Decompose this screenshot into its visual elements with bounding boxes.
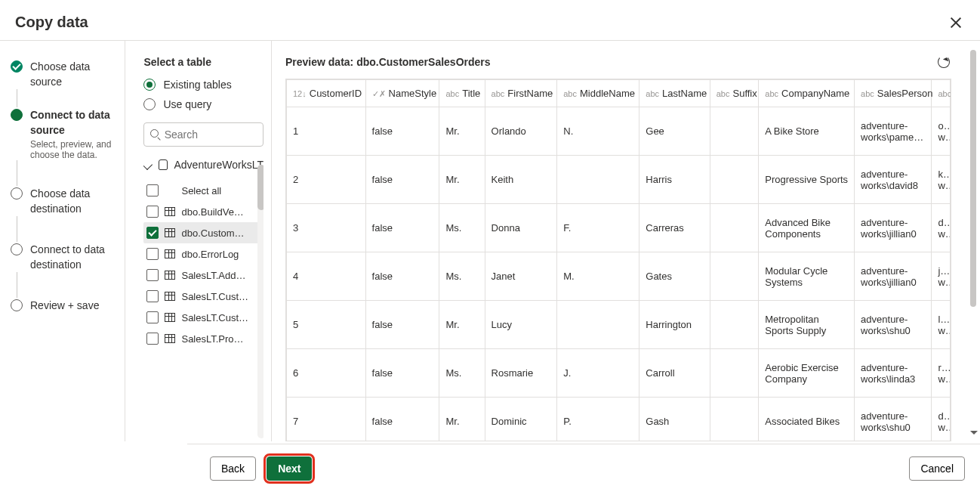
data-row[interactable]: 6falseMs.RosmarieJ.CarrollAerobic Exerci… bbox=[287, 349, 951, 398]
tree-scrollbar[interactable] bbox=[257, 165, 263, 438]
checkbox-icon[interactable] bbox=[146, 311, 159, 323]
preview-panel: Preview data: dbo.CustomerSalesOrders 12… bbox=[272, 41, 980, 441]
table-icon bbox=[165, 249, 175, 258]
step-connect-dest[interactable]: Connect to data destination bbox=[11, 242, 112, 272]
checkbox-icon[interactable] bbox=[146, 227, 159, 239]
circle-icon bbox=[11, 187, 23, 200]
data-grid[interactable]: 12↓CustomerID ✓✗NameStyle abcTitle abcFi… bbox=[285, 79, 951, 441]
search-input[interactable] bbox=[143, 122, 263, 147]
table-icon bbox=[165, 207, 175, 216]
search-icon bbox=[150, 129, 159, 140]
table-row[interactable]: dbo.BuildVe… bbox=[143, 201, 263, 222]
cancel-button[interactable]: Cancel bbox=[909, 456, 965, 481]
table-icon bbox=[165, 313, 175, 322]
circle-icon bbox=[11, 243, 23, 255]
preview-title: Preview data: dbo.CustomerSalesOrders bbox=[285, 56, 491, 68]
table-row[interactable]: dbo.Custom… bbox=[143, 222, 263, 243]
table-list: Select all dbo.BuildVe… dbo.Custom… dbo.… bbox=[143, 180, 263, 349]
data-row[interactable]: 7falseMr.DominicP.GashAssociated Bikesad… bbox=[287, 398, 951, 442]
table-icon bbox=[165, 334, 175, 343]
step-choose-dest[interactable]: Choose data destination bbox=[11, 186, 112, 216]
table-select-panel: Select a table Existing tables Use query… bbox=[125, 41, 272, 441]
data-row[interactable]: 2falseMr.KeithHarrisProgressive Sportsad… bbox=[287, 156, 951, 204]
table-icon bbox=[165, 292, 175, 301]
checkbox-icon[interactable] bbox=[146, 333, 159, 345]
table-row[interactable]: SalesLT.Cust… bbox=[143, 286, 263, 307]
header-row: 12↓CustomerID ✓✗NameStyle abcTitle abcFi… bbox=[287, 80, 951, 107]
select-all-item[interactable]: Select all bbox=[143, 180, 263, 201]
dialog-header: Copy data bbox=[0, 0, 980, 41]
checkbox-icon[interactable] bbox=[146, 248, 159, 260]
circle-icon bbox=[11, 299, 23, 311]
step-choose-source[interactable]: Choose data source bbox=[11, 59, 112, 89]
dialog-title: Copy data bbox=[15, 14, 88, 31]
data-row[interactable]: 5falseMr.LucyHarringtonMetropolitan Spor… bbox=[287, 301, 951, 349]
data-row[interactable]: 4falseMs.JanetM.GatesModular Cycle Syste… bbox=[287, 252, 951, 301]
data-row[interactable]: 1falseMr.OrlandoN.GeeA Bike Storeadventu… bbox=[287, 107, 951, 156]
radio-icon bbox=[143, 79, 156, 91]
next-button[interactable]: Next bbox=[267, 456, 312, 481]
table-row[interactable]: SalesLT.Cust… bbox=[143, 307, 263, 328]
table-row[interactable]: SalesLT.Add… bbox=[143, 265, 263, 286]
check-icon bbox=[11, 60, 23, 73]
back-button[interactable]: Back bbox=[210, 456, 256, 481]
radio-existing-tables[interactable]: Existing tables bbox=[143, 79, 263, 91]
refresh-icon[interactable] bbox=[938, 56, 950, 68]
data-row[interactable]: 3falseMs.DonnaF.CarrerasAdvanced Bike Co… bbox=[287, 204, 951, 252]
dialog-footer: Back Next Cancel bbox=[187, 444, 980, 492]
checkbox-icon[interactable] bbox=[146, 206, 159, 218]
database-icon bbox=[159, 159, 168, 170]
select-table-title: Select a table bbox=[143, 56, 263, 68]
chevron-down-icon bbox=[143, 159, 153, 170]
radio-icon bbox=[143, 98, 156, 110]
table-row[interactable]: dbo.ErrorLog bbox=[143, 243, 263, 265]
table-icon bbox=[165, 271, 175, 280]
wizard-stepper: Choose data source Connect to data sourc… bbox=[0, 41, 125, 441]
close-icon[interactable] bbox=[950, 17, 962, 29]
tree-db-node[interactable]: AdventureWorksLT bbox=[143, 157, 263, 172]
preview-scrollbar[interactable] bbox=[968, 50, 978, 435]
table-row[interactable]: SalesLT.Pro… bbox=[143, 328, 263, 349]
step-connect-source[interactable]: Connect to data source Select, preview, … bbox=[11, 107, 112, 160]
checkbox-icon[interactable] bbox=[146, 290, 159, 302]
radio-use-query[interactable]: Use query bbox=[143, 98, 263, 110]
table-icon bbox=[165, 228, 175, 237]
checkbox-icon[interactable] bbox=[146, 269, 159, 281]
chevron-down-icon[interactable] bbox=[970, 431, 978, 438]
checkbox-icon[interactable] bbox=[146, 184, 159, 196]
dot-icon bbox=[11, 109, 23, 121]
step-review[interactable]: Review + save bbox=[11, 298, 112, 313]
